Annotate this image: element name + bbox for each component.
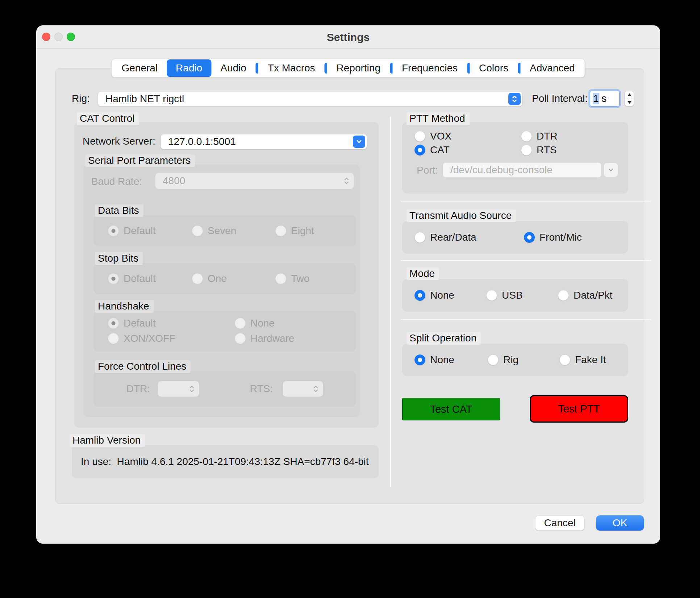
hamlib-version-group: In use: Hamlib 4.6.1 2025-01-21T09:43:13…: [72, 445, 379, 478]
radio-circle: [275, 225, 286, 236]
tab-tx-macros[interactable]: Tx Macros: [259, 59, 324, 77]
stepper-down-icon[interactable]: [625, 99, 634, 106]
split-operation-group: None Rig Fake It: [402, 344, 628, 376]
rig-combobox[interactable]: Hamlib NET rigctl: [98, 91, 522, 107]
tab-radio[interactable]: Radio: [167, 59, 211, 77]
radio-circle: [521, 131, 532, 142]
section-divider: [401, 319, 651, 320]
chevron-down-icon[interactable]: [353, 136, 365, 148]
ptt-method-title: PTT Method: [407, 112, 470, 125]
network-server-combobox[interactable]: 127.0.0.1:5001: [161, 134, 367, 149]
stepper-up-icon[interactable]: [625, 91, 634, 99]
radio-circle: [414, 354, 425, 365]
cat-control-group: Network Server: 127.0.0.1:5001 Serial Po…: [74, 122, 379, 428]
cat-control-title: CAT Control: [77, 112, 139, 125]
radio-ptt-cat[interactable]: CAT: [414, 144, 450, 157]
radio-tx-audio-rear-data[interactable]: Rear/Data: [414, 231, 476, 244]
dtr-popup: [158, 381, 199, 397]
radio-ptt-dtr[interactable]: DTR: [521, 130, 558, 143]
baud-rate-value: 4800: [155, 175, 185, 187]
rts-popup: [283, 381, 323, 397]
ptt-port-value: /dev/cu.debug-console: [443, 164, 553, 176]
radio-circle: [414, 145, 425, 155]
data-bits-title: Data Bits: [95, 204, 143, 217]
radio-circle: [108, 225, 119, 236]
rig-label: Rig:: [72, 93, 90, 104]
stop-bits-title: Stop Bits: [95, 252, 143, 265]
cancel-button[interactable]: Cancel: [535, 515, 584, 531]
chevron-down-icon: [608, 168, 614, 172]
force-control-lines-title: Force Control Lines: [95, 360, 191, 373]
radio-stop-bits-default: Default: [108, 272, 156, 285]
tab-advanced[interactable]: Advanced: [521, 59, 584, 77]
tab-reporting[interactable]: Reporting: [328, 59, 389, 77]
radio-split-none[interactable]: None: [414, 353, 454, 366]
radio-stop-bits-one: One: [192, 272, 227, 285]
split-operation-title: Split Operation: [407, 332, 481, 345]
radio-circle: [524, 232, 535, 243]
radio-circle: [521, 145, 532, 155]
poll-interval-selected-text: 1: [593, 93, 599, 104]
radio-circle: [414, 290, 425, 301]
radio-data-bits-eight: Eight: [275, 224, 314, 237]
title-bar: Settings: [36, 25, 660, 49]
tab-frequencies[interactable]: Frequencies: [393, 59, 467, 77]
radio-circle: [558, 290, 569, 301]
radio-circle: [108, 333, 119, 344]
radio-circle: [192, 273, 203, 284]
tab-separator: [467, 63, 470, 74]
radio-ptt-rts[interactable]: RTS: [521, 144, 557, 157]
radio-mode-usb[interactable]: USB: [486, 289, 523, 302]
ptt-method-group: VOX DTR CAT RTS Port: /dev/cu.debug-cons…: [402, 122, 628, 194]
radio-stop-bits-two: Two: [275, 272, 309, 285]
chevron-up-down-icon[interactable]: [508, 93, 521, 105]
force-control-lines-group: DTR: RTS:: [93, 371, 356, 407]
mode-group: None USB Data/Pkt: [402, 279, 628, 312]
radio-split-rig[interactable]: Rig: [488, 353, 518, 366]
ok-button[interactable]: OK: [596, 515, 644, 531]
tab-separator: [518, 63, 520, 74]
radio-ptt-vox[interactable]: VOX: [414, 130, 451, 143]
radio-circle: [108, 318, 119, 329]
poll-interval-input[interactable]: 1 s: [590, 91, 620, 107]
section-divider: [401, 260, 651, 261]
mode-title: Mode: [407, 267, 439, 280]
ptt-port-chevron-button: [604, 163, 618, 177]
tab-separator: [256, 63, 258, 74]
ptt-port-label: Port:: [417, 165, 438, 176]
handshake-group: Default None XON/XOFF Hardware: [93, 311, 356, 352]
stop-bits-group: Default One Two: [93, 263, 356, 294]
test-cat-button[interactable]: Test CAT: [402, 398, 500, 420]
serial-port-parameters-title: Serial Port Parameters: [85, 154, 195, 167]
poll-interval-stepper: [625, 91, 634, 106]
ptt-port-combobox: /dev/cu.debug-console: [443, 162, 601, 178]
tab-audio[interactable]: Audio: [211, 59, 255, 77]
tab-general[interactable]: General: [112, 59, 167, 77]
radio-circle: [235, 318, 246, 329]
radio-circle: [414, 232, 425, 243]
radio-data-bits-seven: Seven: [192, 224, 236, 237]
network-server-label: Network Server:: [83, 136, 155, 147]
tab-colors[interactable]: Colors: [470, 59, 517, 77]
poll-interval-unit-text: s: [599, 93, 607, 104]
chevron-up-down-icon: [313, 385, 318, 393]
radio-mode-none[interactable]: None: [414, 289, 454, 302]
chevron-up-down-icon: [344, 177, 349, 185]
radio-mode-data-pkt[interactable]: Data/Pkt: [558, 289, 612, 302]
baud-rate-label: Baud Rate:: [91, 176, 142, 187]
dtr-label: DTR:: [101, 383, 150, 395]
handshake-title: Handshake: [95, 300, 154, 313]
radio-circle: [559, 354, 570, 365]
baud-rate-popup: 4800: [155, 173, 354, 189]
radio-data-bits-default: Default: [108, 224, 156, 237]
rig-value: Hamlib NET rigctl: [98, 93, 184, 105]
tab-separator: [325, 63, 327, 74]
radio-handshake-hardware: Hardware: [235, 332, 294, 345]
radio-tx-audio-front-mic[interactable]: Front/Mic: [524, 231, 582, 244]
radio-handshake-default: Default: [108, 317, 156, 330]
radio-split-fake-it[interactable]: Fake It: [559, 353, 606, 366]
serial-port-parameters-group: Baud Rate: 4800 Data Bits Default Seven …: [83, 165, 360, 417]
rts-label: RTS:: [238, 383, 273, 395]
radio-circle: [235, 333, 246, 344]
test-ptt-button[interactable]: Test PTT: [530, 395, 628, 423]
